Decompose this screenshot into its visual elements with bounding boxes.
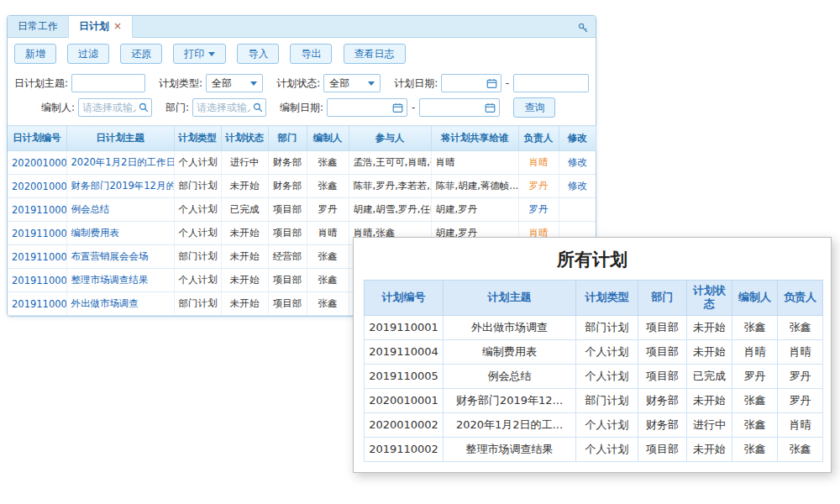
subject-filter-input[interactable] (71, 74, 145, 92)
status-filter-label: 计划状态: (276, 76, 320, 91)
add-button[interactable]: 新增 (14, 44, 56, 64)
toolbar: 新增 过滤 还原 打印 导入 导出 查看日志 (8, 38, 596, 69)
plan-status-cell: 未开始 (221, 222, 268, 245)
status-filter-select[interactable]: 全部 (323, 74, 381, 92)
restore-button[interactable]: 还原 (120, 44, 162, 64)
plan-id-link[interactable]: 2019110004 (12, 228, 66, 239)
plan-subject-link[interactable]: 整理市场调查结果 (71, 274, 149, 286)
compiler-cell: 肖晴 (307, 222, 349, 245)
leader-link[interactable]: 肖晴 (529, 156, 549, 168)
leader-cell: 肖晴 (778, 412, 823, 437)
tab-daily-plan[interactable]: 日计划× (69, 16, 133, 38)
col-header-modify: 修改 (559, 126, 596, 151)
chevron-down-icon (208, 52, 215, 56)
compiler-cell: 张鑫 (732, 315, 778, 339)
import-button[interactable]: 导入 (237, 44, 279, 64)
col-header-plan-id: 日计划编号 (8, 126, 66, 151)
compiler-cell: 肖晴 (732, 339, 778, 364)
plan-subject-cell: 外出做市场调查 (444, 315, 576, 339)
plan-subject-link[interactable]: 外出做市场调查 (71, 297, 139, 309)
plan-date-to-input[interactable] (513, 74, 589, 92)
compiler-cell: 张鑫 (307, 292, 349, 316)
dept-filter-label: 部门: (165, 101, 189, 115)
modify-link[interactable]: 修改 (568, 180, 587, 192)
plan-subject-link[interactable]: 编制费用表 (71, 227, 120, 239)
col-header-compiler: 编制人 (732, 281, 778, 316)
plan-subject-link[interactable]: 例会总结 (71, 203, 110, 215)
col-header-subject: 计划主题 (444, 281, 576, 316)
tab-close-icon[interactable]: × (113, 20, 122, 32)
col-header-participants: 参与人 (349, 126, 431, 151)
plan-type-cell: 部门计划 (174, 245, 221, 269)
plan-status-cell: 未开始 (221, 292, 268, 316)
compiler-cell: 张鑫 (732, 437, 778, 461)
tab-daily-work[interactable]: 日常工作 (8, 16, 69, 37)
plan-id-link[interactable]: 2020010001 (12, 181, 66, 192)
filter-button[interactable]: 过滤 (67, 44, 109, 64)
dept-cell: 项目部 (638, 339, 687, 364)
plan-subject-link[interactable]: 布置营销展会会场 (71, 250, 149, 262)
filter-area: 日计划主题: 计划类型: 全部 计划状态: 全部 计划日期: (8, 74, 596, 125)
plan-status-cell: 未开始 (687, 388, 732, 412)
table-row: 2019110002 整理市场调查结果 个人计划 项目部 未开始 张鑫 张鑫 (365, 437, 823, 461)
col-header-type: 计划类型 (174, 126, 221, 151)
filter-row-1: 日计划主题: 计划类型: 全部 计划状态: 全部 计划日期: (14, 74, 589, 92)
plan-id-link[interactable]: 2020010002 (12, 157, 66, 169)
chevron-down-icon (250, 81, 257, 86)
plan-status-cell: 未开始 (221, 175, 268, 198)
col-header-plan-id: 计划编号 (365, 281, 444, 316)
plan-type-cell: 个人计划 (576, 412, 638, 437)
plan-id-link[interactable]: 2019110002 (12, 275, 66, 286)
leader-cell: 罗丹 (778, 364, 823, 388)
compiler-cell: 张鑫 (732, 412, 778, 437)
filter-row-2: 编制人: 部门: 编制日期: - (14, 97, 589, 118)
dept-cell: 财务部 (638, 412, 687, 437)
compile-date-from-input[interactable] (327, 98, 407, 117)
plan-id-link[interactable]: 2019110005 (12, 204, 66, 216)
compiler-cell: 张鑫 (732, 388, 778, 412)
plan-type-cell: 个人计划 (174, 269, 221, 292)
calendar-icon (486, 78, 497, 89)
plan-status-cell: 已完成 (221, 198, 268, 222)
plan-status-cell: 未开始 (687, 437, 732, 461)
col-header-subject: 日计划主题 (66, 126, 174, 151)
search-icon (253, 102, 263, 113)
compiler-cell: 张鑫 (307, 269, 349, 292)
all-plans-title: 所有计划 (364, 248, 821, 271)
leader-link[interactable]: 罗丹 (529, 203, 549, 215)
all-plans-window: 所有计划 计划编号 计划主题 计划类型 部门 计划状态 编制人 负责人 (353, 237, 832, 473)
plan-type-cell: 个人计划 (174, 198, 221, 222)
plan-date-filter-label: 计划日期: (394, 76, 438, 91)
plan-type-cell: 个人计划 (576, 364, 638, 388)
tab-bar: 日常工作 日计划× (8, 16, 596, 38)
compile-date-to-input[interactable] (419, 98, 500, 117)
table-row: 2019110005 例会总结 个人计划 项目部 已完成 罗丹 罗丹 (365, 364, 823, 388)
type-filter-select[interactable]: 全部 (206, 74, 263, 92)
plan-status-cell: 未开始 (687, 339, 732, 364)
table-row: 2020010002 2020年1月2日的工作日... 个人计划 进行中 财务部… (8, 151, 596, 175)
plan-status-cell: 进行中 (221, 151, 268, 175)
plan-subject-link[interactable]: 2020年1月2日的工作日... (71, 156, 175, 168)
plan-id-link[interactable]: 2019110003 (12, 251, 66, 263)
dept-cell: 项目部 (638, 315, 687, 339)
compiler-cell: 罗丹 (307, 198, 349, 222)
plan-type-cell: 部门计划 (174, 175, 221, 198)
plan-date-from-input[interactable] (441, 74, 501, 92)
page: 日常工作 日计划× 新增 过滤 还原 打印 导入 导出 查看日志 日计划主题 (0, 0, 840, 504)
dept-cell: 项目部 (268, 222, 307, 245)
modify-link[interactable]: 修改 (568, 156, 587, 168)
query-button[interactable]: 查询 (513, 97, 555, 118)
leader-link[interactable]: 罗丹 (529, 180, 549, 192)
key-icon[interactable] (578, 21, 589, 37)
col-header-share-with: 将计划共享给谁 (431, 126, 518, 151)
compiler-filter-label: 编制人: (14, 101, 75, 115)
export-button[interactable]: 导出 (290, 44, 332, 64)
share-with-cell: 肖晴 (431, 151, 518, 175)
print-button[interactable]: 打印 (173, 44, 226, 64)
plan-subject-link[interactable]: 财务部门2019年12月的... (71, 180, 175, 192)
plan-id-link[interactable]: 2019110001 (12, 298, 66, 310)
col-header-status: 计划状态 (687, 281, 732, 316)
dept-cell: 经营部 (268, 245, 307, 269)
view-log-button[interactable]: 查看日志 (344, 44, 406, 64)
compile-date-filter-label: 编制日期: (280, 101, 323, 115)
